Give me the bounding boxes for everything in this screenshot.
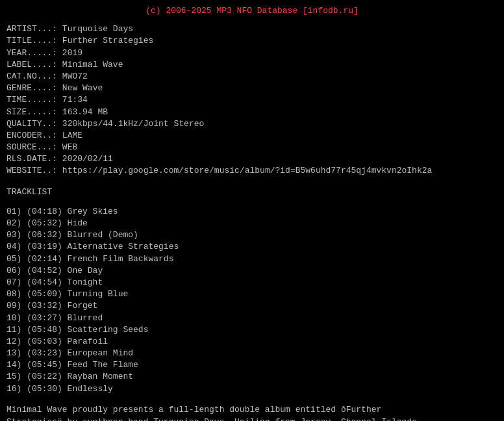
track-item: 05) (02:14) French Film Backwards (6, 253, 498, 265)
catno-line: CAT.NO...: MWO72 (6, 71, 498, 83)
track-item: 04) (03:19) Alternative Strategies (6, 241, 498, 253)
track-item: 03) (06:32) Blurred (Demo) (6, 229, 498, 241)
tracklist-section: TRACKLIST 01) (04:18) Grey Skies02) (05:… (6, 186, 498, 395)
track-item: 12) (05:03) Parafoil (6, 336, 498, 348)
source-label: SOURCE...: (6, 142, 62, 152)
track-item: 13) (03:23) European Mind (6, 348, 498, 359)
year-value: 2019 (62, 48, 82, 58)
track-item: 15) (05:22) Rayban Moment (6, 371, 498, 383)
tracklist-header: TRACKLIST (6, 186, 498, 198)
size-line: SIZE.....: 163.94 MB (6, 107, 498, 118)
label-label: LABEL....: (6, 60, 62, 70)
encoder-line: ENCODER..: LAME (6, 130, 498, 142)
time-label: TIME.....: (6, 95, 62, 105)
header-line: (c) 2006-2025 MP3 NFO Database [infodb.r… (6, 5, 498, 17)
size-value: 163.94 MB (62, 107, 108, 117)
track-item: 06) (04:52) One Day (6, 265, 498, 277)
track-item: 09) (03:32) Forget (6, 300, 498, 312)
artist-value: Turquoise Days (62, 24, 133, 34)
encoder-label: ENCODER..: (6, 131, 62, 140)
title-line: TITLE....: Further Strategies (6, 35, 498, 47)
source-line: SOURCE...: WEB (6, 142, 498, 153)
artist-label: ARTIST...: (6, 24, 62, 34)
track-item: 11) (05:48) Scattering Seeds (6, 324, 498, 336)
rlsdate-value: 2020/02/11 (62, 154, 113, 164)
website-label: WEBSITE..: (6, 166, 62, 175)
quality-value: 320kbps/44.1kHz/Joint Stereo (62, 119, 204, 129)
source-value: WEB (62, 142, 77, 152)
label-line: LABEL....: Minimal Wave (6, 59, 498, 71)
title-label: TITLE....: (6, 36, 62, 45)
track-item: 08) (05:09) Turning Blue (6, 288, 498, 300)
quality-line: QUALITY..: 320kbps/44.1kHz/Joint Stereo (6, 118, 498, 130)
time-line: TIME.....: 71:34 (6, 94, 498, 106)
track-item: 01) (04:18) Grey Skies (6, 206, 498, 218)
artist-line: ARTIST...: Turquoise Days (6, 23, 498, 35)
track-item: 10) (03:27) Blurred (6, 313, 498, 324)
track-item: 14) (05:45) Feed The Flame (6, 359, 498, 371)
info-block: ARTIST...: Turquoise Days TITLE....: Fur… (6, 23, 498, 177)
rlsdate-label: RLS.DATE.: (6, 154, 62, 164)
track-item: 02) (05:32) Hide (6, 218, 498, 229)
time-value: 71:34 (62, 95, 88, 105)
size-label: SIZE.....: (6, 107, 62, 117)
website-value: https://play.google.com/store/music/albu… (62, 166, 433, 175)
copyright-text: (c) 2006-2025 MP3 NFO Database [infodb.r… (145, 6, 359, 16)
quality-label: QUALITY..: (6, 119, 62, 129)
catno-value: MWO72 (62, 71, 88, 81)
track-item: 16) (05:30) Endlessly (6, 383, 498, 395)
title-value: Further Strategies (62, 36, 153, 45)
genre-value: New Wave (62, 83, 103, 93)
tracklist-items: 01) (04:18) Grey Skies02) (05:32) Hide03… (6, 206, 498, 395)
year-line: YEAR.....: 2019 (6, 47, 498, 59)
label-value: Minimal Wave (62, 60, 123, 70)
genre-label: GENRE....: (6, 83, 62, 93)
encoder-value: LAME (62, 131, 82, 140)
year-label: YEAR.....: (6, 48, 62, 58)
genre-line: GENRE....: New Wave (6, 83, 498, 94)
catno-label: CAT.NO...: (6, 71, 62, 81)
track-item: 07) (04:54) Tonight (6, 277, 498, 288)
description-block: Minimal Wave proudly presents a full-len… (6, 404, 498, 421)
website-line: WEBSITE..: https://play.google.com/store… (6, 165, 498, 177)
rlsdate-line: RLS.DATE.: 2020/02/11 (6, 153, 498, 165)
